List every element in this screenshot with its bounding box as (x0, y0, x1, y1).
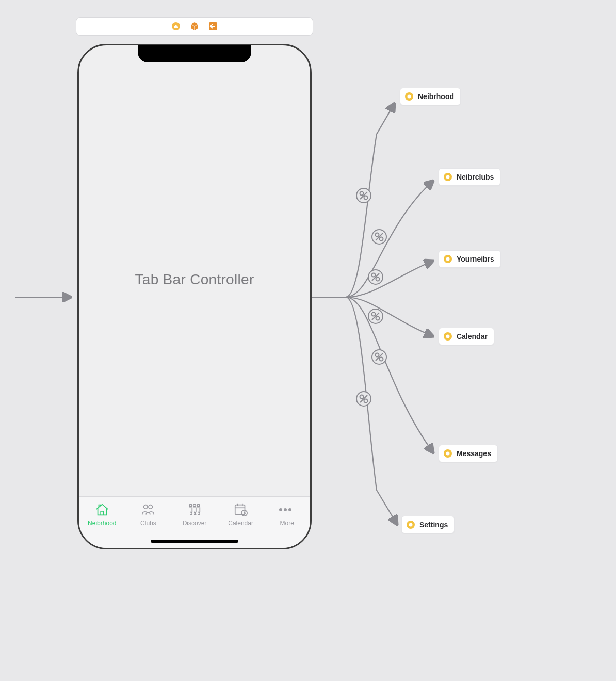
segue-badge (372, 230, 386, 244)
chip-label: Settings (419, 521, 448, 529)
svg-point-28 (144, 505, 148, 509)
viewcontroller-icon (406, 520, 415, 529)
svg-point-16 (368, 309, 383, 323)
svg-point-21 (376, 353, 379, 357)
svg-line-19 (372, 313, 379, 320)
scene-title: Tab Bar Controller (79, 271, 310, 288)
chip-label: Yourneibrs (457, 255, 494, 263)
tab-more[interactable]: More (264, 502, 310, 527)
viewcontroller-icon (443, 449, 452, 458)
svg-point-10 (380, 237, 383, 241)
more-dots-icon (279, 502, 295, 517)
calendar-clock-icon (233, 502, 249, 517)
segue-badge (372, 350, 386, 364)
svg-point-17 (372, 313, 376, 316)
svg-line-7 (360, 192, 367, 199)
figures-icon (187, 502, 202, 517)
device-notch (138, 44, 251, 62)
svg-point-12 (368, 270, 383, 284)
svg-point-5 (360, 192, 364, 196)
tab-label: Discover (183, 520, 207, 527)
svg-point-25 (360, 395, 364, 399)
svg-line-15 (372, 273, 379, 281)
svg-point-47 (446, 452, 450, 456)
house-icon (94, 502, 110, 517)
segue-badge (368, 309, 383, 323)
segue-badge (356, 188, 371, 203)
svg-point-6 (364, 196, 368, 200)
svg-point-9 (376, 233, 379, 237)
tab-label: Neibrhood (88, 520, 116, 527)
svg-point-30 (189, 504, 192, 507)
segue-target-messages[interactable]: Messages (439, 445, 498, 462)
segue-target-neibrhood[interactable]: Neibrhood (400, 88, 461, 105)
people-group-icon (140, 502, 156, 517)
svg-point-24 (356, 392, 371, 406)
tab-label: Clubs (140, 520, 156, 527)
segue-target-calendar[interactable]: Calendar (439, 328, 494, 345)
tab-clubs[interactable]: Clubs (125, 502, 172, 527)
svg-point-22 (380, 358, 383, 361)
svg-point-32 (197, 504, 200, 507)
svg-point-31 (193, 504, 196, 507)
viewcontroller-icon (443, 172, 452, 182)
svg-point-8 (372, 230, 386, 244)
chip-label: Messages (457, 449, 491, 458)
home-circle-icon[interactable] (171, 22, 181, 31)
chip-label: Neibrclubs (457, 173, 494, 181)
exit-icon[interactable] (208, 22, 218, 31)
segue-badge (368, 270, 383, 284)
home-indicator (151, 540, 238, 543)
svg-point-43 (446, 257, 450, 261)
tab-label: More (280, 520, 294, 527)
segue-target-neibrclubs[interactable]: Neibrclubs (439, 168, 500, 186)
viewcontroller-icon (443, 254, 452, 264)
svg-line-23 (376, 353, 383, 361)
svg-line-11 (376, 233, 383, 240)
viewcontroller-icon (443, 332, 452, 341)
svg-line-27 (360, 395, 367, 402)
segue-badge (356, 392, 371, 406)
svg-point-41 (446, 175, 450, 179)
svg-point-13 (372, 273, 376, 277)
svg-point-20 (372, 350, 386, 364)
tab-label: Calendar (228, 520, 253, 527)
svg-point-14 (376, 278, 380, 281)
chip-label: Calendar (457, 332, 488, 340)
viewcontroller-icon (404, 92, 414, 101)
storyboard-toolbar[interactable] (76, 17, 313, 36)
segue-target-yourneibrs[interactable]: Yourneibrs (439, 250, 501, 268)
tab-discover[interactable]: Discover (171, 502, 218, 527)
svg-point-39 (408, 95, 411, 99)
svg-point-49 (409, 523, 413, 527)
segue-target-settings[interactable]: Settings (401, 516, 455, 533)
svg-point-26 (364, 399, 368, 403)
iphone-device-frame: Tab Bar Controller Neibrhood Clubs Disco… (77, 44, 312, 549)
svg-point-18 (376, 317, 380, 320)
cube-icon[interactable] (190, 22, 199, 31)
svg-point-4 (356, 188, 371, 203)
svg-point-29 (149, 505, 153, 509)
svg-point-45 (446, 335, 450, 338)
svg-rect-33 (235, 505, 245, 515)
tab-calendar[interactable]: Calendar (218, 502, 264, 527)
tab-neibrhood[interactable]: Neibrhood (79, 502, 125, 527)
chip-label: Neibrhood (418, 92, 454, 101)
